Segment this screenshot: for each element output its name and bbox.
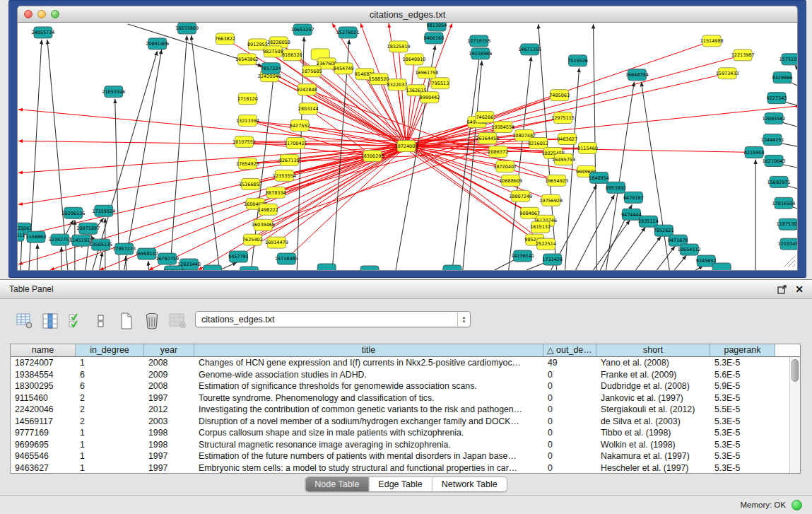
graph-node[interactable]: 11875305 <box>777 218 797 230</box>
graph-node[interactable]: 1498222 <box>258 204 278 215</box>
graph-node[interactable]: 9457791 <box>228 251 249 262</box>
graph-node[interactable]: 18720407 <box>493 160 517 172</box>
graph-node[interactable]: 746266 <box>476 112 494 123</box>
graph-node[interactable]: 16543862 <box>235 54 259 65</box>
column-header-title[interactable]: title <box>194 344 543 356</box>
graph-node[interactable]: 9329966 <box>772 72 793 83</box>
graph-node[interactable]: 14671355 <box>518 44 541 55</box>
graph-node[interactable]: 2086372 <box>488 146 508 158</box>
graph-node[interactable]: 8813054 <box>427 23 447 31</box>
table-row[interactable]: 969969511998Structural magnetic resonanc… <box>11 439 800 451</box>
graph-node[interactable]: 1615132 <box>530 221 551 233</box>
network-canvas[interactable]: 1872400718300295766382289129551822605898… <box>17 23 798 271</box>
column-header-in_degree[interactable]: in_degree <box>76 344 144 356</box>
graph-node[interactable]: 8878334 <box>266 187 286 198</box>
graph-node[interactable]: 2522514 <box>536 238 556 250</box>
table-row[interactable]: 1872400712008Changes of HCN gene express… <box>11 357 800 369</box>
graph-node[interactable]: 795513 <box>431 78 449 89</box>
graph-node[interactable]: 16648784 <box>625 69 649 81</box>
graph-node[interactable]: 12342757 <box>48 234 71 245</box>
resize-grip-icon[interactable] <box>784 256 795 267</box>
graph-node[interactable]: 9827508 <box>263 46 283 57</box>
graph-node[interactable]: 21053346 <box>102 86 125 98</box>
float-window-icon[interactable] <box>777 285 787 294</box>
graph-node[interactable] <box>204 265 222 270</box>
table-row[interactable]: 1938455462009Genome-wide association stu… <box>11 369 800 381</box>
table-row[interactable]: 946362711997Embryonic stem cells: a mode… <box>11 462 800 474</box>
zoom-icon[interactable] <box>51 10 59 18</box>
graph-node[interactable]: 8215958 <box>744 146 765 158</box>
graph-node[interactable]: 17016504 <box>772 197 796 209</box>
scrollbar-thumb[interactable] <box>792 359 799 382</box>
graph-node[interactable]: 8267130 <box>279 154 300 165</box>
table-row[interactable]: 1456911722003Disruption of a novel membe… <box>11 416 800 428</box>
graph-node[interactable]: 11700421 <box>284 138 307 149</box>
graph-node[interactable]: 15718485 <box>275 253 298 264</box>
graph-node[interactable]: 9245012 <box>163 266 184 270</box>
graph-node[interactable]: 8953892 <box>606 182 626 193</box>
graph-node[interactable]: 1640954 <box>589 172 609 183</box>
graph-node[interactable]: 15276021 <box>336 27 360 38</box>
graph-node[interactable]: 18325419 <box>387 41 411 52</box>
select-columns-icon[interactable] <box>41 313 59 329</box>
graph-node[interactable]: 10719155 <box>467 35 490 47</box>
graph-node[interactable]: 10975887 <box>76 223 100 234</box>
graph-node[interactable]: 9990442 <box>420 92 440 103</box>
graph-node[interactable]: 7857224 <box>261 63 281 74</box>
graph-node[interactable]: 16961758 <box>415 67 438 78</box>
graph-node[interactable] <box>712 263 731 270</box>
graph-node[interactable]: 1875685 <box>302 66 322 77</box>
tab-network-table[interactable]: Network Table <box>432 477 507 491</box>
table-panel-titlebar[interactable]: Table Panel ✕ <box>0 279 812 299</box>
graph-node[interactable]: 16210643 <box>763 155 786 166</box>
graph-node[interactable]: 11514988 <box>700 35 724 47</box>
column-header-pagerank[interactable]: pagerank <box>710 344 775 356</box>
graph-node[interactable]: 2803144 <box>298 103 319 115</box>
column-header-year[interactable]: year <box>144 344 194 356</box>
graph-node[interactable]: 18724007 <box>395 141 418 152</box>
graph-node[interactable]: 6479197 <box>623 192 644 203</box>
citation-network-graph[interactable]: 1872400718300295766382289129551822605898… <box>18 23 797 270</box>
column-check-icon[interactable] <box>66 313 84 329</box>
network-window-titlebar[interactable]: citations_edges.txt <box>17 6 798 23</box>
graph-node[interactable]: 17654925 <box>236 158 259 169</box>
graph-node[interactable]: 13505135 <box>89 239 112 250</box>
graph-node[interactable]: 10688609 <box>499 175 522 186</box>
graph-node[interactable]: 1733426 <box>542 254 563 265</box>
import-table-icon[interactable] <box>168 313 186 329</box>
graph-node[interactable]: 19756928 <box>539 194 563 206</box>
graph-node[interactable]: 13213394 <box>236 115 259 127</box>
table-row[interactable]: 1830029562008Estimation of significance … <box>11 380 800 392</box>
column-header-out_degree[interactable]: △ out_de… <box>543 344 596 356</box>
graph-node[interactable]: 8186328 <box>282 49 302 61</box>
graph-node[interactable]: 9463627 <box>557 134 577 145</box>
close-panel-icon[interactable]: ✕ <box>795 284 804 294</box>
close-icon[interactable] <box>24 10 33 18</box>
minimize-icon[interactable] <box>37 10 46 18</box>
graph-node[interactable]: 9242848 <box>297 84 317 95</box>
graph-node[interactable]: 2718120 <box>237 93 258 105</box>
graph-node[interactable]: 7515526 <box>567 55 588 66</box>
table-row[interactable]: 911546021997Tourette syndrome. Phenomeno… <box>11 392 800 404</box>
graph-node[interactable]: 16495759 <box>552 153 575 165</box>
graph-node[interactable]: 18807249 <box>509 190 532 201</box>
graph-node[interactable]: 19384554 <box>491 122 514 133</box>
graph-node[interactable]: 7663822 <box>215 33 235 45</box>
graph-node[interactable]: 17957223 <box>112 243 136 255</box>
graph-node[interactable]: 10654112 <box>678 244 701 255</box>
graph-node[interactable]: 16039469 <box>252 219 275 230</box>
table-row[interactable]: 946554611997Estimation of the future num… <box>11 450 800 462</box>
graph-node[interactable]: 8454749 <box>334 63 354 74</box>
graph-node[interactable]: 12213987 <box>731 49 755 61</box>
delete-table-icon[interactable] <box>143 313 160 329</box>
graph-node[interactable] <box>443 265 461 270</box>
graph-node[interactable]: 17359924 <box>92 205 115 216</box>
graph-node[interactable]: 15166857 <box>239 178 262 189</box>
table-row[interactable]: 2242004622012Investigating the contribut… <box>11 404 800 416</box>
create-table-icon[interactable] <box>117 313 135 329</box>
graph-node[interactable] <box>317 264 336 270</box>
graph-node[interactable]: 16914479 <box>265 237 288 248</box>
graph-node[interactable]: 9115460 <box>577 143 598 154</box>
graph-node[interactable]: 10653257 <box>291 24 314 35</box>
graph-node[interactable]: 8216012 <box>528 138 548 149</box>
